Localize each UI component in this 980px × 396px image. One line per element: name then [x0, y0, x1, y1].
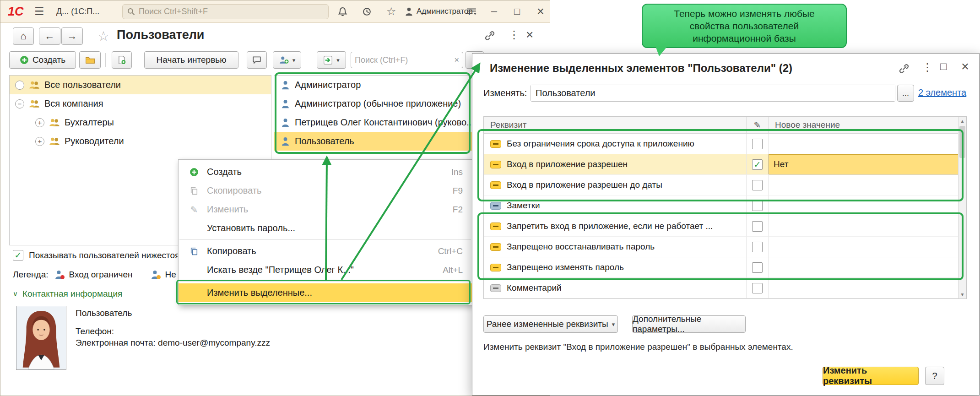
row-checkbox[interactable] [752, 180, 763, 190]
menu-item-create[interactable]: Создать Ins [179, 163, 472, 181]
tree-expander[interactable]: − [15, 99, 24, 108]
show-subgroup-users-checkbox[interactable]: Показывать пользователей нижестоя... [13, 250, 180, 260]
menu-item-search-everywhere[interactable]: Искать везде "Петрищев Олег К..." Alt+L [179, 260, 472, 279]
menu-item-edit[interactable]: ✎ Изменить F2 [179, 200, 472, 219]
dialog-hint: Изменить реквизит "Вход в приложение раз… [483, 342, 793, 352]
menu-separator [179, 239, 471, 240]
export-dropdown[interactable]: ▾ [317, 51, 346, 69]
legend-item-label: Не [165, 270, 176, 280]
home-button[interactable]: ⌂ [13, 27, 34, 45]
row-checkbox[interactable] [752, 283, 763, 293]
tree-item-accountants[interactable]: + Бухгалтеры [10, 113, 271, 132]
tree-item-all-users[interactable]: Все пользователи [10, 76, 271, 94]
scroll-up-icon[interactable]: ▲ [958, 117, 966, 125]
table-row[interactable]: Вход в приложение разрешен до даты [484, 175, 966, 195]
user-icon [282, 99, 289, 108]
app-minimize-button[interactable]: ─ [491, 0, 497, 22]
create-button[interactable]: Создать [9, 51, 76, 69]
users-actions-dropdown[interactable]: ▾ [273, 51, 301, 69]
elements-count-link[interactable]: 2 элемента [918, 87, 966, 98]
new-document-button[interactable] [112, 51, 132, 69]
dialog-more-button[interactable]: ⋮ [922, 61, 933, 74]
choose-button[interactable]: ... [897, 85, 914, 102]
menu-item-copy[interactable]: Копировать Ctrl+C [179, 242, 472, 260]
menu-item-edit-selected[interactable]: Изменить выделенные... [179, 283, 472, 302]
tree-expander[interactable] [15, 81, 24, 90]
global-search-input[interactable] [139, 7, 324, 16]
table-row-selected[interactable]: Вход в приложение разрешен Нет [484, 154, 966, 175]
list-search-input[interactable] [355, 55, 451, 65]
table-row[interactable]: Запрещено изменять пароль [484, 257, 966, 278]
row-checkbox[interactable] [752, 201, 763, 211]
start-interview-button[interactable]: Начать интервью [144, 51, 238, 69]
dialog-link-button[interactable] [899, 64, 909, 76]
previously-changed-dropdown[interactable]: Ранее измененные реквизиты ▾ [483, 315, 618, 333]
favorite-star-icon[interactable]: ☆ [97, 28, 109, 44]
row-checkbox[interactable] [752, 262, 763, 273]
dialog-maximize-button[interactable]: □ [940, 60, 947, 73]
create-group-button[interactable] [79, 51, 101, 69]
col-attribute[interactable]: Реквизит [490, 120, 526, 130]
table-scrollbar[interactable]: ▲ ▼ [958, 117, 966, 298]
main-menu-icon[interactable]: ☰ [34, 0, 44, 22]
tree-item-label: Бухгалтеры [65, 117, 114, 128]
history-button[interactable] [362, 0, 372, 22]
user-icon [282, 81, 289, 90]
change-target-field[interactable] [531, 85, 895, 102]
attribute-label: Запретить вход в приложение, если не раб… [507, 221, 713, 231]
tree-expander[interactable]: + [35, 118, 44, 127]
clear-search-icon[interactable]: × [454, 55, 459, 65]
row-checkbox[interactable] [752, 159, 763, 170]
favorites-button[interactable]: ☆ [386, 0, 396, 22]
contact-info-toggle[interactable]: ∨ Контактная информация [13, 289, 122, 299]
help-button[interactable]: ? [925, 367, 944, 385]
table-row[interactable]: Без ограничения срока доступа к приложен… [484, 134, 966, 154]
plus-circle-icon [190, 168, 199, 177]
table-row[interactable]: Заметки [484, 195, 966, 216]
menu-item-set-password[interactable]: Установить пароль... [179, 219, 472, 238]
tree-item-managers[interactable]: + Руководители [10, 132, 271, 151]
menu-item-label: Установить пароль... [207, 223, 295, 233]
menu-item-copy-new[interactable]: Скопировать F9 [179, 181, 472, 200]
row-checkbox[interactable] [752, 221, 763, 232]
new-value-text: Нет [774, 159, 788, 169]
scroll-down-icon[interactable]: ▼ [958, 290, 966, 298]
row-checkbox[interactable] [752, 139, 763, 149]
attributes-table: Реквизит ✎ Новое значение Без ограничени… [483, 116, 967, 299]
discussion-button[interactable] [247, 51, 267, 69]
row-checkbox[interactable] [752, 242, 763, 252]
forward-button[interactable]: → [61, 27, 83, 45]
global-search[interactable] [122, 4, 329, 19]
app-close-button[interactable]: × [537, 0, 544, 22]
app-tab[interactable]: Д... (1С:П... [56, 0, 118, 22]
form-close-button[interactable]: × [526, 27, 533, 42]
bulk-edit-dialog: Изменение выделенных элементов "Пользова… [472, 53, 980, 396]
form-more-button[interactable]: ⋮ [509, 28, 520, 41]
tree-item-label: Все пользователи [44, 80, 121, 90]
table-row[interactable]: Запрещено восстанавливать пароль [484, 237, 966, 257]
table-row[interactable]: Запретить вход в приложение, если не раб… [484, 216, 966, 237]
table-header: Реквизит ✎ Новое значение [484, 117, 966, 134]
notifications-button[interactable] [338, 0, 347, 22]
tree-item-label: Вся компания [44, 98, 103, 109]
start-interview-label: Начать интервью [157, 55, 227, 65]
apply-changes-button[interactable]: Изменить реквизиты [823, 367, 919, 385]
table-row[interactable]: Комментарий [484, 278, 966, 298]
tree-expander[interactable]: + [35, 137, 44, 146]
change-target-input[interactable] [531, 85, 895, 101]
contact-email: Электронная почта: demo-user@mycompany.z… [76, 338, 270, 348]
list-search[interactable]: × [351, 52, 463, 68]
back-button[interactable]: ← [39, 27, 60, 45]
current-user-chip[interactable]: Администратор [405, 0, 473, 22]
get-link-button[interactable] [485, 31, 495, 43]
page-title: Пользователи [117, 28, 204, 42]
service-menu-button[interactable] [466, 0, 476, 22]
additional-params-button[interactable]: Дополнительные параметры... [632, 315, 746, 333]
app-maximize-button[interactable]: □ [514, 0, 520, 22]
scroll-thumb[interactable] [959, 126, 965, 158]
tree-item-company[interactable]: − Вся компания [10, 94, 271, 113]
new-value-field[interactable]: Нет [769, 154, 959, 174]
col-new-value[interactable]: Новое значение [775, 120, 840, 130]
dialog-close-button[interactable]: × [961, 59, 969, 74]
legend-item-label: Вход ограничен [69, 270, 133, 280]
